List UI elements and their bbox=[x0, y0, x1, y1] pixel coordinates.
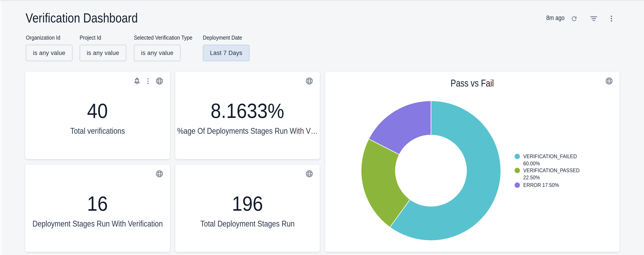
tile-value-text: 40 bbox=[87, 101, 108, 121]
tile-value: 8.1633% bbox=[175, 101, 320, 121]
filter-value-button[interactable]: is any value bbox=[134, 45, 180, 61]
tile-deployment-stages-run-with-verification: 16 Deployment Stages Run With Verificati… bbox=[25, 165, 170, 252]
tile-pass-vs-fail-chart: Pass vs Fail VERIFICATION_FAILED 60.00%V… bbox=[325, 72, 620, 252]
filter-organization-id: Organization Id is any value bbox=[26, 34, 72, 61]
kebab-menu-icon bbox=[147, 78, 149, 84]
filter-label: Deployment Date bbox=[203, 34, 244, 41]
legend-label: VERIFICATION_FAILED 60.00% bbox=[523, 153, 577, 167]
tile-label-text: Total verifications bbox=[70, 126, 125, 136]
filter-deployment-date: Deployment Date Last 7 Days bbox=[203, 34, 250, 61]
legend-item[interactable]: VERIFICATION_PASSED 22.50% bbox=[514, 167, 581, 181]
bell-plus-icon bbox=[134, 77, 140, 85]
embed-globe-button[interactable] bbox=[306, 170, 313, 177]
last-refresh-time: 8m ago bbox=[543, 14, 564, 22]
tile-pct-deployments-with-verification: 8.1633% %age Of Deployments Stages Run W… bbox=[175, 72, 320, 159]
chart-title-text: Pass vs Fail bbox=[451, 77, 494, 89]
filter-value-button[interactable]: is any value bbox=[80, 45, 126, 61]
tile-label-text: Deployment Stages Run With Verification bbox=[32, 219, 163, 229]
legend-label: VERIFICATION_PASSED 22.50% bbox=[523, 167, 580, 181]
dashboard-actions-button[interactable] bbox=[611, 16, 612, 22]
legend-label: ERROR 17.50% bbox=[523, 182, 576, 189]
tile-label-text: %age Of Deployments Stages Run With V… bbox=[177, 126, 318, 136]
embed-globe-button[interactable] bbox=[156, 170, 163, 177]
tile-label: Total verifications bbox=[98, 126, 159, 136]
tile-total-deployment-stages-run: 196 Total Deployment Stages Run bbox=[175, 165, 320, 252]
filter-value-button[interactable]: Last 7 Days bbox=[203, 45, 250, 61]
globe-icon bbox=[306, 170, 313, 177]
globe-icon bbox=[156, 170, 163, 177]
embed-globe-button[interactable] bbox=[156, 77, 163, 85]
dashboard-canvas: Verification Dashboard 8m ago Organizati… bbox=[0, 1, 644, 255]
filter-label: Project Id bbox=[80, 34, 121, 41]
tile-total-verifications: 40 Total verifications bbox=[25, 72, 170, 159]
page-title: Verification Dashboard bbox=[26, 11, 158, 26]
legend-marker bbox=[514, 154, 520, 159]
filter-selected-verification-type: Selected Verification Type is any value bbox=[134, 34, 200, 61]
last-refresh-text: 8m ago bbox=[546, 14, 564, 22]
donut-chart[interactable] bbox=[360, 99, 502, 242]
legend-marker bbox=[514, 168, 520, 173]
alert-bell-button[interactable] bbox=[134, 77, 140, 85]
chart-legend: VERIFICATION_FAILED 60.00%VERIFICATION_P… bbox=[514, 153, 581, 189]
left-edge-strip bbox=[0, 1, 2, 255]
page-title-text: Verification Dashboard bbox=[26, 11, 138, 26]
filter-value-button[interactable]: is any value bbox=[26, 45, 72, 61]
tile-value-text: 8.1633% bbox=[211, 101, 284, 121]
tile-value: 40 bbox=[25, 101, 170, 121]
filter-project-id: Project Id is any value bbox=[80, 34, 126, 61]
chart-title: Pass vs Fail bbox=[325, 77, 620, 89]
legend-marker bbox=[514, 182, 520, 188]
tile-value: 16 bbox=[25, 193, 170, 214]
embed-globe-button[interactable] bbox=[306, 77, 313, 85]
filter-label: Organization Id bbox=[26, 34, 67, 41]
filter-icon bbox=[590, 16, 598, 22]
refresh-button[interactable] bbox=[570, 15, 578, 22]
legend-item[interactable]: ERROR 17.50% bbox=[514, 182, 581, 189]
globe-icon bbox=[156, 77, 163, 85]
tile-value-text: 196 bbox=[232, 193, 263, 214]
tile-value-text: 16 bbox=[87, 193, 108, 214]
filters-button[interactable] bbox=[590, 16, 598, 22]
globe-icon bbox=[306, 77, 313, 85]
tile-actions-button[interactable] bbox=[147, 78, 149, 84]
legend-item[interactable]: VERIFICATION_FAILED 60.00% bbox=[514, 153, 581, 167]
tile-value: 196 bbox=[175, 193, 320, 214]
filter-label: Selected Verification Type bbox=[134, 34, 192, 41]
refresh-icon bbox=[570, 15, 578, 22]
kebab-menu-icon bbox=[611, 16, 612, 22]
tile-label-text: Total Deployment Stages Run bbox=[200, 219, 295, 229]
